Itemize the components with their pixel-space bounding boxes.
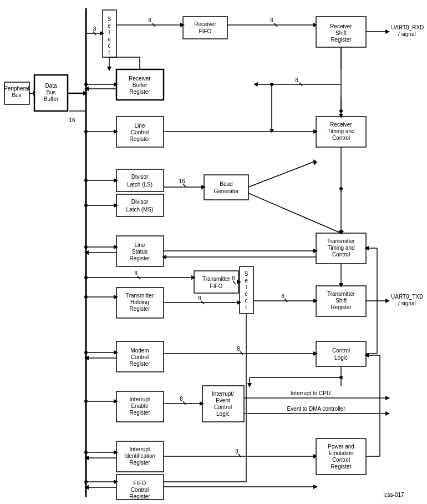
svg-text:Status: Status (132, 249, 148, 255)
svg-text:Timing and: Timing and (327, 128, 354, 134)
svg-text:Generator: Generator (214, 188, 239, 194)
svg-text:8: 8 (237, 346, 240, 352)
svg-line-92 (248, 161, 316, 187)
svg-marker-50 (107, 67, 111, 71)
svg-text:Interrupt/: Interrupt/ (212, 391, 234, 397)
svg-text:Identification: Identification (124, 453, 155, 459)
svg-text:Divisor: Divisor (131, 174, 149, 180)
svg-text:Control: Control (332, 251, 350, 258)
svg-text:e: e (245, 278, 248, 284)
svg-text:Divisor: Divisor (131, 199, 149, 205)
svg-text:e: e (108, 36, 111, 42)
svg-text:8: 8 (295, 77, 298, 83)
svg-rect-75 (116, 169, 164, 191)
svg-text:Latch (MS): Latch (MS) (126, 206, 154, 213)
svg-line-213 (238, 454, 241, 457)
svg-text:Register: Register (129, 306, 150, 312)
svg-text:Control: Control (332, 135, 350, 141)
svg-text:UART0_RXD: UART0_RXD (391, 24, 424, 31)
svg-text:Register: Register (129, 136, 150, 142)
svg-text:Register: Register (331, 37, 352, 43)
svg-marker-195 (385, 411, 390, 416)
svg-text:Shift: Shift (336, 30, 347, 36)
diagram-svg: Peripheral Bus Data Bus Buffer 16 S e l … (0, 0, 427, 504)
svg-marker-93 (313, 159, 317, 165)
svg-marker-201 (247, 383, 252, 387)
svg-point-242 (84, 295, 88, 299)
svg-text:Line: Line (135, 242, 145, 248)
svg-rect-78 (116, 194, 164, 216)
svg-text:Control: Control (332, 347, 350, 354)
svg-text:16: 16 (179, 178, 185, 184)
svg-marker-232 (313, 485, 318, 489)
svg-text:Interrupt to CPU: Interrupt to CPU (291, 390, 331, 396)
svg-point-246 (84, 480, 88, 483)
svg-text:/ signal: / signal (398, 300, 416, 306)
svg-text:icss-017: icss-017 (383, 492, 404, 498)
svg-text:Receiver: Receiver (194, 21, 216, 27)
svg-text:Control: Control (131, 354, 149, 360)
svg-text:8: 8 (134, 270, 138, 276)
svg-text:16: 16 (69, 117, 75, 123)
svg-text:Enable: Enable (131, 403, 149, 409)
svg-marker-37 (385, 29, 390, 34)
svg-text:Latch (LS): Latch (LS) (127, 182, 152, 188)
svg-text:8: 8 (198, 295, 201, 301)
svg-text:Control: Control (131, 487, 149, 493)
svg-text:Register: Register (331, 304, 352, 310)
svg-text:Event to DMA controller: Event to DMA controller (287, 406, 345, 412)
svg-point-239 (84, 204, 88, 207)
svg-text:c: c (108, 43, 111, 49)
svg-text:c: c (245, 298, 248, 304)
svg-rect-122 (194, 271, 238, 293)
svg-point-244 (84, 400, 88, 403)
svg-text:Register: Register (129, 361, 150, 367)
svg-text:Bus: Bus (46, 89, 55, 95)
svg-point-245 (84, 451, 88, 454)
svg-rect-85 (204, 175, 248, 200)
svg-text:Logic: Logic (334, 355, 348, 361)
svg-line-106 (248, 193, 341, 233)
svg-text:t: t (109, 49, 110, 56)
svg-text:Register: Register (331, 463, 352, 470)
svg-text:Interrupt: Interrupt (129, 446, 150, 452)
svg-text:Receiver: Receiver (330, 23, 352, 29)
svg-text:Modem: Modem (130, 347, 149, 354)
svg-text:Register: Register (129, 89, 150, 95)
svg-text:FIFO: FIFO (210, 283, 223, 289)
svg-text:UART0_TXD: UART0_TXD (391, 294, 423, 300)
svg-text:Transmitter: Transmitter (327, 291, 355, 297)
svg-text:Logic: Logic (216, 411, 230, 417)
svg-text:Receiver: Receiver (129, 75, 151, 82)
svg-text:Timing and: Timing and (327, 245, 354, 251)
svg-text:Peripheral: Peripheral (4, 85, 29, 92)
svg-text:8: 8 (180, 396, 183, 402)
svg-text:Event: Event (216, 397, 230, 404)
svg-text:Emulation: Emulation (329, 450, 353, 456)
svg-text:8: 8 (235, 448, 238, 455)
svg-text:Register: Register (129, 410, 150, 416)
svg-text:Baud: Baud (220, 181, 232, 187)
svg-text:Shift: Shift (336, 298, 347, 304)
svg-marker-42 (253, 82, 258, 87)
svg-rect-21 (183, 17, 227, 39)
svg-line-171 (240, 351, 243, 355)
svg-text:e: e (108, 23, 111, 29)
svg-text:Register: Register (129, 493, 150, 500)
svg-point-240 (84, 245, 88, 249)
svg-text:l: l (109, 29, 110, 36)
svg-text:e: e (245, 291, 248, 297)
svg-point-110 (339, 187, 343, 190)
svg-text:FIFO: FIFO (134, 480, 146, 486)
svg-point-243 (84, 351, 88, 354)
svg-text:8: 8 (93, 26, 96, 32)
svg-text:Control: Control (214, 404, 232, 410)
svg-text:l: l (246, 284, 247, 290)
svg-marker-152 (385, 299, 390, 303)
svg-text:Transmitter: Transmitter (126, 293, 154, 299)
svg-text:Receiver: Receiver (330, 122, 352, 128)
svg-point-236 (84, 83, 88, 86)
diagram-container: Peripheral Bus Data Bus Buffer 16 S e l … (0, 0, 427, 504)
svg-text:FIFO: FIFO (199, 28, 212, 34)
svg-text:Buffer: Buffer (44, 96, 59, 102)
